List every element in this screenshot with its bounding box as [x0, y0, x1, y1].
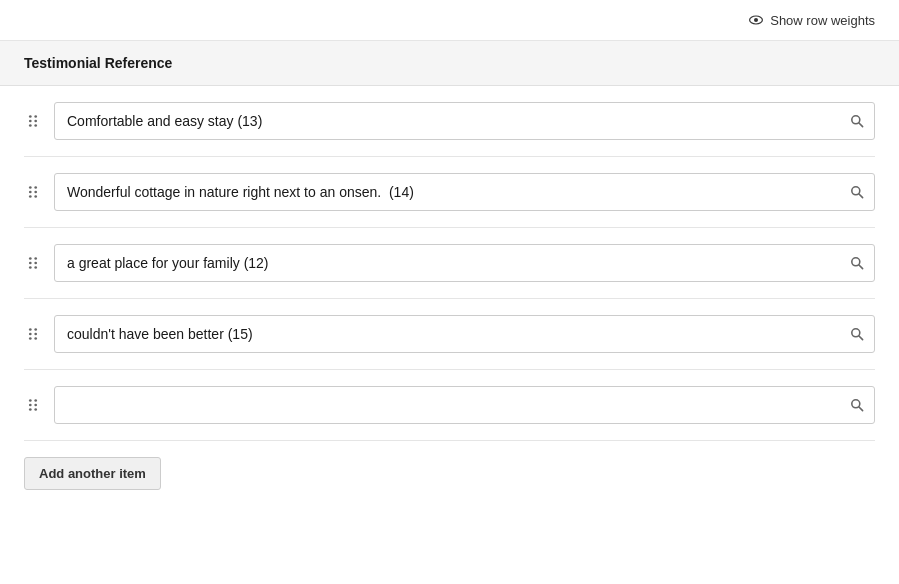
- item-input[interactable]: [54, 102, 875, 140]
- drag-handle-icon: [24, 325, 42, 343]
- search-icon-button[interactable]: [849, 326, 865, 342]
- svg-line-33: [859, 336, 863, 340]
- svg-point-6: [29, 124, 32, 127]
- search-icon-button[interactable]: [849, 184, 865, 200]
- top-bar: Show row weights: [0, 0, 899, 41]
- search-icon: [849, 113, 865, 129]
- table-row: [24, 299, 875, 370]
- drag-handle[interactable]: [24, 183, 42, 201]
- svg-point-29: [34, 333, 37, 336]
- svg-point-31: [34, 337, 37, 340]
- search-icon-button[interactable]: [849, 113, 865, 129]
- svg-point-14: [29, 195, 32, 198]
- svg-point-20: [29, 262, 32, 265]
- eye-icon: [748, 12, 764, 28]
- svg-point-7: [34, 124, 37, 127]
- section-title: Testimonial Reference: [24, 55, 172, 71]
- drag-handle[interactable]: [24, 325, 42, 343]
- drag-handle-icon: [24, 254, 42, 272]
- show-row-weights-label: Show row weights: [770, 13, 875, 28]
- table-row: [24, 157, 875, 228]
- svg-point-21: [34, 262, 37, 265]
- svg-point-11: [34, 186, 37, 189]
- svg-point-13: [34, 191, 37, 194]
- items-container: [0, 86, 899, 441]
- item-input-wrapper: [54, 102, 875, 140]
- item-input-wrapper: [54, 244, 875, 282]
- svg-point-2: [29, 115, 32, 118]
- svg-point-34: [29, 399, 32, 402]
- svg-point-37: [34, 404, 37, 407]
- item-input[interactable]: [54, 315, 875, 353]
- svg-point-4: [29, 120, 32, 123]
- item-input[interactable]: [54, 173, 875, 211]
- svg-point-39: [34, 408, 37, 411]
- drag-handle[interactable]: [24, 112, 42, 130]
- table-row: [24, 228, 875, 299]
- item-input-wrapper: [54, 386, 875, 424]
- search-icon-button[interactable]: [849, 397, 865, 413]
- item-input-wrapper: [54, 315, 875, 353]
- table-row: [24, 86, 875, 157]
- drag-handle[interactable]: [24, 396, 42, 414]
- item-input[interactable]: [54, 386, 875, 424]
- search-icon: [849, 397, 865, 413]
- svg-point-18: [29, 257, 32, 260]
- item-input[interactable]: [54, 244, 875, 282]
- svg-line-41: [859, 407, 863, 411]
- svg-line-25: [859, 265, 863, 269]
- svg-point-1: [754, 18, 758, 22]
- drag-handle-icon: [24, 396, 42, 414]
- svg-line-9: [859, 123, 863, 127]
- table-row: [24, 370, 875, 441]
- svg-point-3: [34, 115, 37, 118]
- svg-point-36: [29, 404, 32, 407]
- svg-point-23: [34, 266, 37, 269]
- svg-point-28: [29, 333, 32, 336]
- item-input-wrapper: [54, 173, 875, 211]
- svg-point-27: [34, 328, 37, 331]
- svg-point-35: [34, 399, 37, 402]
- search-icon: [849, 326, 865, 342]
- svg-point-5: [34, 120, 37, 123]
- search-icon: [849, 184, 865, 200]
- svg-point-22: [29, 266, 32, 269]
- svg-point-38: [29, 408, 32, 411]
- svg-point-30: [29, 337, 32, 340]
- add-another-item-button[interactable]: Add another item: [24, 457, 161, 490]
- drag-handle-icon: [24, 112, 42, 130]
- section-header: Testimonial Reference: [0, 41, 899, 86]
- svg-point-12: [29, 191, 32, 194]
- drag-handle[interactable]: [24, 254, 42, 272]
- svg-point-19: [34, 257, 37, 260]
- svg-point-10: [29, 186, 32, 189]
- svg-point-15: [34, 195, 37, 198]
- svg-point-26: [29, 328, 32, 331]
- search-icon-button[interactable]: [849, 255, 865, 271]
- drag-handle-icon: [24, 183, 42, 201]
- show-row-weights-link[interactable]: Show row weights: [748, 12, 875, 28]
- svg-line-17: [859, 194, 863, 198]
- search-icon: [849, 255, 865, 271]
